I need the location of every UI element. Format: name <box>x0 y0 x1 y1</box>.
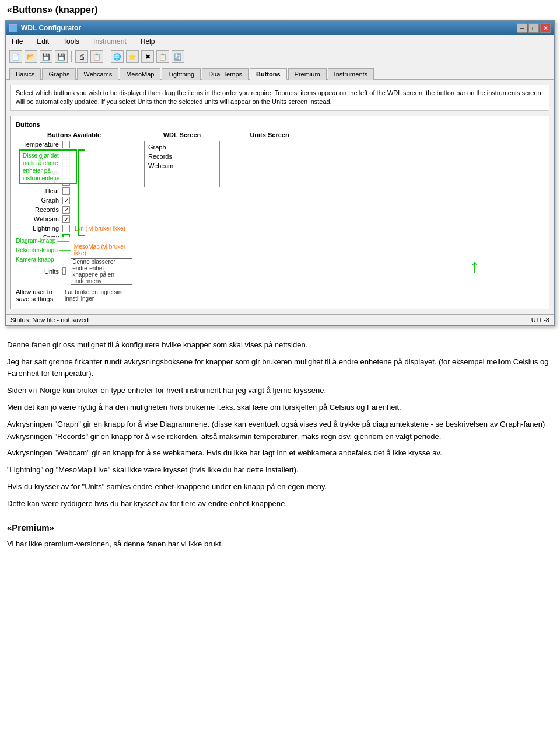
col-units: Units Screen <box>232 131 307 304</box>
app-icon <box>9 24 18 32</box>
up-arrow-annotation: ↑ <box>470 256 480 277</box>
wdl-item-webcam[interactable]: Webcam <box>146 161 218 170</box>
label-heat: Heat <box>16 187 62 194</box>
tab-instruments[interactable]: Instruments <box>328 68 374 80</box>
check-units[interactable] <box>62 267 66 275</box>
label-lightning: Lightning <box>16 225 62 232</box>
menu-bar: File Edit Tools Instrument Help <box>6 35 554 48</box>
instruction-text: Select which buttons you wish to be disp… <box>10 85 550 111</box>
col-available-header: Buttons Available <box>16 131 132 138</box>
tab-bar: Basics Graphs Webcams MesoMap Lightning … <box>6 65 554 80</box>
row-temperature: Temperature <box>16 141 132 148</box>
para-8: Hvis du krysser av for "Units" samles en… <box>7 481 553 493</box>
minimize-button[interactable]: ─ <box>517 23 527 33</box>
toolbar-copy[interactable]: 📋 <box>90 50 103 63</box>
toolbar-delete[interactable]: ✖ <box>141 50 154 63</box>
buttons-panel-title: Buttons <box>16 121 544 128</box>
para-1: Denne fanen gir oss mulighet til å konfi… <box>7 339 553 351</box>
premium-heading: «Premium» <box>7 521 553 535</box>
tab-lightning[interactable]: Lightning <box>162 68 201 80</box>
tab-basics[interactable]: Basics <box>9 68 41 80</box>
row-graph: Graph <box>16 197 132 204</box>
toolbar-paste[interactable]: 📋 <box>156 50 169 63</box>
col-units-header: Units Screen <box>232 131 307 138</box>
save-annotation: Lar brukeren lagre sine innstillinger <box>65 289 132 302</box>
wdl-item-graph[interactable]: Graph <box>146 142 218 152</box>
tab-premium[interactable]: Premium <box>288 68 327 80</box>
toolbar-sep1 <box>71 51 72 62</box>
tab-mesomap[interactable]: MesoMap <box>120 68 160 80</box>
buttons-panel-wrapper: Buttons Buttons Available Temperature Pr… <box>10 116 550 309</box>
col-wdl-header: WDL Screen <box>144 131 220 138</box>
window-title: WDL Configurator <box>21 24 81 32</box>
meso-annotation: MesoMap (vi bruker ikke) <box>74 243 132 256</box>
toolbar-new[interactable]: 📄 <box>9 50 22 63</box>
units-list <box>232 141 307 187</box>
label-webcam: Webcam <box>16 215 62 222</box>
para-3: Siden vi i Norge kun bruker en type enhe… <box>7 385 553 397</box>
toolbar-open[interactable]: 📂 <box>24 50 37 63</box>
row-heat: Heat <box>16 187 132 195</box>
close-button[interactable]: ✕ <box>540 23 551 33</box>
col-wdl: WDL Screen Graph Records Webcam <box>144 131 220 304</box>
tab-dualtemps[interactable]: Dual Temps <box>202 68 249 80</box>
row-lightning: Lightning Lyn ( vi bruker ikke) <box>16 225 132 232</box>
label-units: Units <box>16 268 62 275</box>
disse-annotation: Disse gjør det mulig å endre enheter på … <box>19 149 77 184</box>
para-4: Men det kan jo være nyttig å ha den muli… <box>7 402 553 414</box>
menu-edit[interactable]: Edit <box>33 36 52 47</box>
app-window: WDL Configurator ─ □ ✕ File Edit Tools I… <box>5 20 555 326</box>
toolbar: 📄 📂 💾 💾 🖨 📋 🌐 ⭐ ✖ 📋 🔄 <box>6 48 554 65</box>
label-allowsave: Allow user to save settings <box>16 288 62 302</box>
check-temperature[interactable] <box>62 141 70 148</box>
text-content: Denne fanen gir oss mulighet til å konfi… <box>0 333 560 561</box>
toolbar-globe[interactable]: 🌐 <box>111 50 124 63</box>
check-lightning[interactable] <box>62 225 70 232</box>
toolbar-save[interactable]: 💾 <box>40 50 52 63</box>
toolbar-sep2 <box>107 51 107 62</box>
toolbar-refresh[interactable]: 🔄 <box>172 50 184 63</box>
rekorder-knapp-annotation: Rekorder-knapp —— <box>14 246 72 254</box>
toolbar-save2[interactable]: 💾 <box>55 50 68 63</box>
kamera-knapp-annotation: Kamera-knapp —— <box>14 256 69 263</box>
label-temperature: Temperature <box>16 141 62 148</box>
units-annotation: Denne plasserer endre-enhet-knappene på … <box>71 258 132 285</box>
label-graph: Graph <box>16 197 62 204</box>
check-graph[interactable] <box>62 197 70 204</box>
label-records: Records <box>16 206 62 213</box>
title-bar-controls: ─ □ ✕ <box>517 23 551 33</box>
tab-webcams[interactable]: Webcams <box>77 68 118 80</box>
disse-bracket <box>78 149 85 236</box>
para-5: Avkrysningen "Graph" gir en knapp for å … <box>7 419 553 443</box>
check-heat[interactable] <box>62 187 70 195</box>
content-area: Select which buttons you wish to be disp… <box>6 80 554 314</box>
menu-tools[interactable]: Tools <box>60 36 83 47</box>
buttons-columns: Buttons Available Temperature Pressure <box>16 131 544 304</box>
menu-file[interactable]: File <box>8 36 26 47</box>
title-bar-left: WDL Configurator <box>9 24 81 32</box>
wdl-list: Graph Records Webcam <box>144 141 220 187</box>
page-heading: «Buttons» (knapper) <box>0 0 560 20</box>
wdl-item-records[interactable]: Records <box>146 152 218 161</box>
para-6: Avkrysningen "Webcam" gir en knapp for å… <box>7 447 553 459</box>
row-allowsave: Allow user to save settings Lar brukeren… <box>16 288 132 302</box>
check-records[interactable] <box>62 206 70 214</box>
row-webcam: Webcam <box>16 215 132 223</box>
maximize-button[interactable]: □ <box>528 23 539 33</box>
status-bar: Status: New file - not saved UTF-8 <box>6 314 554 325</box>
para-2: Jeg har satt grønne firkanter rundt avkr… <box>7 356 553 381</box>
para-7: "Lightning" og "MesoMap Live" skal ikke … <box>7 464 553 476</box>
buttons-panel: Buttons Buttons Available Temperature Pr… <box>10 116 550 309</box>
toolbar-star[interactable]: ⭐ <box>126 50 139 63</box>
check-webcam[interactable] <box>62 215 70 223</box>
title-bar: WDL Configurator ─ □ ✕ <box>6 21 554 35</box>
encoding-text: UTF-8 <box>531 316 550 323</box>
premium-text: Vi har ikke premium-versionen, så denne … <box>7 538 553 551</box>
status-text: Status: New file - not saved <box>10 316 89 323</box>
menu-instrument[interactable]: Instrument <box>90 36 130 47</box>
toolbar-print[interactable]: 🖨 <box>75 50 88 63</box>
row-records: Records <box>16 206 132 214</box>
tab-graphs[interactable]: Graphs <box>42 68 76 80</box>
tab-buttons[interactable]: Buttons <box>250 68 287 80</box>
menu-help[interactable]: Help <box>137 36 159 47</box>
